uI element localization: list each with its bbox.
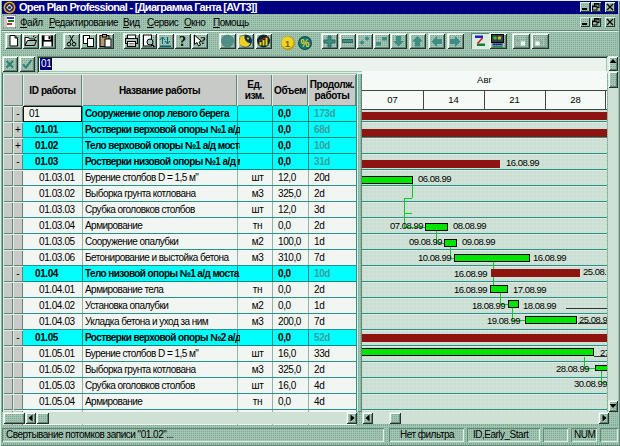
svg-text:?: ? [201,35,206,46]
svg-text:1: 1 [285,39,290,49]
svg-text:?: ? [179,34,186,49]
svg-text:%: % [301,38,310,49]
